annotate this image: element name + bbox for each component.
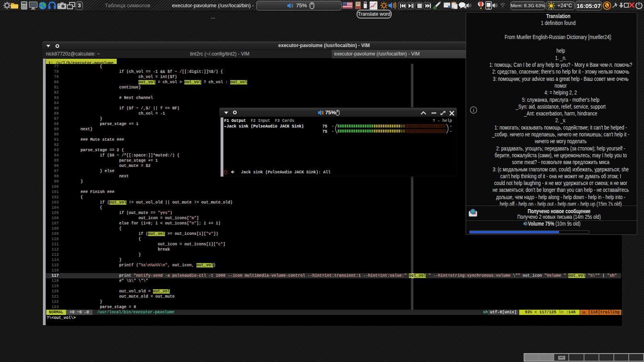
svg-text:i: i <box>473 107 474 113</box>
svg-text:-: - <box>450 124 452 128</box>
svg-text:-: - <box>332 129 334 134</box>
svg-text:-: - <box>450 129 452 134</box>
svg-text:-: - <box>332 124 334 128</box>
